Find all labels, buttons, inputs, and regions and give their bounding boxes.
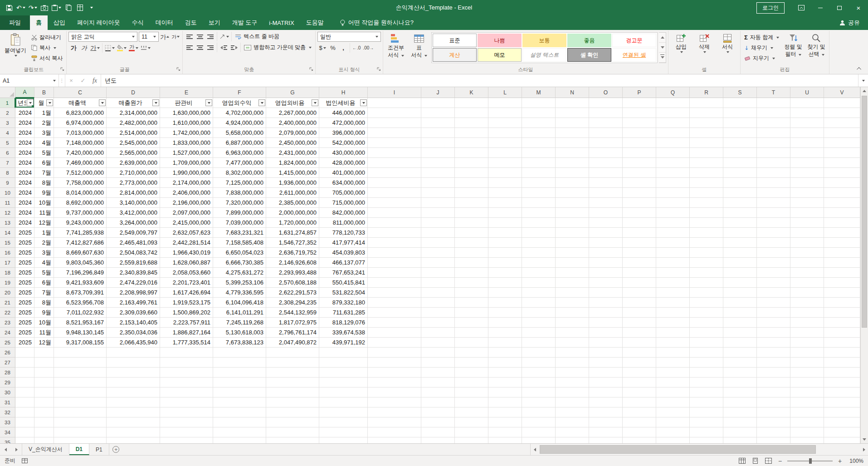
cell-V23[interactable] (824, 318, 860, 328)
column-header-U[interactable]: U (790, 87, 824, 98)
minimize-button[interactable] (811, 0, 830, 15)
cell-E17[interactable]: 1,628,060,887 (160, 258, 213, 268)
cell-G12[interactable]: 2,000,000,000 (266, 208, 319, 218)
cell-E28[interactable] (160, 368, 213, 378)
cell-V11[interactable] (824, 198, 860, 208)
cell-H30[interactable] (319, 388, 368, 397)
cell-I24[interactable] (368, 328, 421, 338)
cell-P15[interactable] (623, 238, 656, 248)
increase-font-button[interactable]: 가 (159, 32, 170, 42)
horizontal-scroll-track[interactable] (539, 444, 860, 455)
gallery-more-button[interactable] (659, 53, 666, 63)
cell-O13[interactable] (589, 218, 623, 228)
cell-H26[interactable] (319, 348, 368, 358)
cell-A18[interactable]: 2025 (15, 268, 34, 278)
cell-D21[interactable]: 2,163,499,761 (107, 298, 160, 308)
column-header-N[interactable]: N (556, 87, 589, 98)
cell-F23[interactable]: 7,245,119,268 (213, 318, 266, 328)
cell-S28[interactable] (723, 368, 757, 378)
cell-J5[interactable] (421, 138, 455, 148)
cell-R35[interactable] (690, 437, 723, 443)
gallery-up-button[interactable] (659, 33, 666, 43)
cell-C25[interactable]: 9,317,008,155 (54, 338, 107, 348)
cell-U24[interactable] (790, 328, 824, 338)
cell-J14[interactable] (421, 228, 455, 238)
phonetic-guide-button[interactable] (140, 43, 151, 53)
cell-S29[interactable] (723, 378, 757, 388)
cell-T4[interactable] (757, 128, 790, 138)
cell-V10[interactable] (824, 188, 860, 198)
cell-R5[interactable] (690, 138, 723, 148)
cell-C1[interactable]: 매출액 (54, 98, 107, 108)
cell-E32[interactable] (160, 407, 213, 417)
cell-A14[interactable]: 2025 (15, 228, 34, 238)
cell-D19[interactable]: 2,474,229,016 (107, 278, 160, 288)
cell-S19[interactable] (723, 278, 757, 288)
camera-button[interactable] (39, 2, 50, 14)
cell-D4[interactable]: 2,514,000,000 (107, 128, 160, 138)
cell-K13[interactable] (455, 218, 488, 228)
cell-E30[interactable] (160, 388, 213, 397)
cell-V33[interactable] (824, 417, 860, 427)
cell-N3[interactable] (556, 118, 589, 128)
cell-A27[interactable] (15, 358, 34, 368)
cell-P11[interactable] (623, 198, 656, 208)
page-break-view-button[interactable] (764, 457, 773, 465)
cell-T20[interactable] (757, 288, 790, 298)
cell-R24[interactable] (690, 328, 723, 338)
cell-F16[interactable]: 6,650,054,023 (213, 248, 266, 258)
cell-M1[interactable] (522, 98, 556, 108)
cell-U33[interactable] (790, 417, 824, 427)
cell-T29[interactable] (757, 378, 790, 388)
cell-R8[interactable] (690, 168, 723, 178)
cell-K2[interactable] (455, 108, 488, 118)
cell-L11[interactable] (488, 198, 522, 208)
row-header-17[interactable]: 17 (0, 258, 15, 268)
cell-F17[interactable]: 6,666,730,385 (213, 258, 266, 268)
cell-V1[interactable] (824, 98, 860, 108)
cell-R9[interactable] (690, 178, 723, 188)
cell-G4[interactable]: 2,079,000,000 (266, 128, 319, 138)
cell-G20[interactable]: 2,622,291,573 (266, 288, 319, 298)
increase-decimal-button[interactable]: ←.0 (351, 43, 361, 53)
cell-F15[interactable]: 7,158,585,408 (213, 238, 266, 248)
cell-S14[interactable] (723, 228, 757, 238)
column-header-G[interactable]: G (266, 87, 319, 98)
cell-M29[interactable] (522, 378, 556, 388)
login-button[interactable]: 로그인 (756, 2, 785, 14)
cell-N13[interactable] (556, 218, 589, 228)
cell-N32[interactable] (556, 407, 589, 417)
column-header-R[interactable]: R (690, 87, 723, 98)
cell-J12[interactable] (421, 208, 455, 218)
cell-Q9[interactable] (656, 178, 690, 188)
row-header-27[interactable]: 27 (0, 358, 15, 368)
cell-B32[interactable] (34, 407, 54, 417)
cell-S7[interactable] (723, 158, 757, 168)
cell-E11[interactable]: 2,196,000,000 (160, 198, 213, 208)
cell-J23[interactable] (421, 318, 455, 328)
cell-M28[interactable] (522, 368, 556, 378)
cell-J26[interactable] (421, 348, 455, 358)
page-layout-view-button[interactable] (751, 457, 760, 465)
cell-L20[interactable] (488, 288, 522, 298)
cell-J25[interactable] (421, 338, 455, 348)
cell-F22[interactable]: 6,141,011,291 (213, 308, 266, 318)
cell-I31[interactable] (368, 397, 421, 407)
cell-V13[interactable] (824, 218, 860, 228)
cell-L15[interactable] (488, 238, 522, 248)
row-header-9[interactable]: 9 (0, 178, 15, 188)
cell-L17[interactable] (488, 258, 522, 268)
cell-S2[interactable] (723, 108, 757, 118)
column-header-O[interactable]: O (589, 87, 623, 98)
cell-V5[interactable] (824, 138, 860, 148)
cell-J24[interactable] (421, 328, 455, 338)
cell-U13[interactable] (790, 218, 824, 228)
cell-F30[interactable] (213, 388, 266, 397)
cell-Q10[interactable] (656, 188, 690, 198)
autosum-button[interactable]: Σ 자동 합계 (742, 33, 781, 42)
gallery-down-button[interactable] (659, 43, 666, 53)
cell-H10[interactable]: 705,000,000 (319, 188, 368, 198)
cell-D7[interactable]: 2,639,000,000 (107, 158, 160, 168)
cell-S22[interactable] (723, 308, 757, 318)
cell-I9[interactable] (368, 178, 421, 188)
